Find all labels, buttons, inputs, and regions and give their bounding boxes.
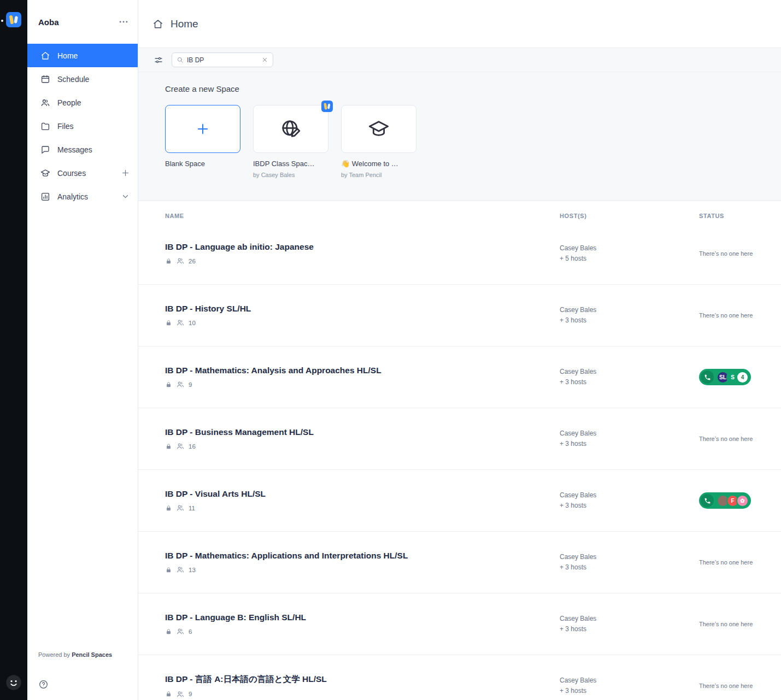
sidebar-item-messages[interactable]: Messages	[27, 138, 138, 161]
pencil-logo-badge	[321, 101, 333, 112]
space-meta: 26	[165, 257, 560, 265]
member-count: 26	[189, 258, 196, 264]
members-icon	[176, 690, 185, 698]
status-cell: F✿	[699, 492, 781, 509]
create-space-title: Create a new Space	[165, 84, 781, 94]
members-icon	[176, 566, 185, 574]
sidebar-item-people[interactable]: People	[27, 91, 138, 114]
sidebar-item-courses[interactable]: Courses	[27, 161, 138, 185]
space-row[interactable]: IB DP - Visual Arts HL/SL 11	[138, 470, 781, 532]
powered-by-brand: Pencil Spaces	[72, 651, 112, 658]
workspace-header: Aoba	[27, 0, 138, 44]
ellipsis-menu-icon[interactable]	[118, 16, 129, 27]
create-space-card[interactable]	[341, 105, 416, 153]
chevron-down-icon[interactable]	[121, 192, 130, 201]
space-name-cell: IB DP - Business Management HL/SL 16	[165, 427, 560, 450]
members-icon	[176, 504, 185, 512]
search-box[interactable]	[172, 52, 273, 67]
globe-pencil-icon	[280, 118, 302, 140]
host-name: Casey Bales	[560, 367, 699, 377]
sidebar-item-analytics[interactable]: Analytics	[27, 185, 138, 208]
phone-icon	[701, 494, 714, 507]
status-text: There’s no one here	[699, 312, 753, 319]
column-hosts: HOST(S)	[560, 213, 699, 223]
spaces-table: NAME HOST(S) STATUS IB DP - Language ab …	[138, 201, 781, 700]
create-space-cards: Blank Space IBDP Class Spac… by Casey Ba…	[165, 105, 781, 179]
create-space-card[interactable]	[165, 105, 240, 153]
folder-icon	[40, 121, 50, 131]
lock-icon	[165, 504, 172, 512]
status-cell: There’s no one here	[699, 621, 781, 627]
space-name-cell: IB DP - History SL/HL 10	[165, 304, 560, 327]
host-cell: Casey Bales + 5 hosts	[560, 243, 699, 264]
plus-icon[interactable]	[121, 168, 130, 178]
space-row[interactable]: IB DP - Language ab initio: Japanese 26	[138, 223, 781, 285]
workspace-name: Aoba	[38, 17, 59, 27]
member-count: 11	[189, 505, 195, 511]
create-space-card[interactable]	[253, 105, 328, 153]
space-name-cell: IB DP - Mathematics: Analysis and Approa…	[165, 366, 560, 389]
status-text: There’s no one here	[699, 621, 753, 627]
participant-count: 4	[736, 371, 749, 384]
graduation-cap-icon	[40, 168, 50, 178]
host-extra: + 3 hosts	[560, 315, 699, 326]
active-call-pill[interactable]: SLS4	[699, 369, 751, 385]
lock-icon	[165, 628, 172, 636]
sidebar-item-schedule[interactable]: Schedule	[27, 67, 138, 91]
user-avatar[interactable]	[5, 674, 22, 691]
home-icon	[152, 19, 163, 30]
phone-icon	[701, 370, 714, 384]
lock-icon	[165, 443, 172, 450]
host-name: Casey Bales	[560, 490, 699, 501]
space-name: IB DP - Language B: English SL/HL	[165, 613, 560, 622]
main-content: Home	[138, 0, 781, 700]
space-row[interactable]: IB DP - Business Management HL/SL 16	[138, 408, 781, 470]
space-name-cell: IB DP - Language B: English SL/HL 6	[165, 613, 560, 636]
status-cell: SLS4	[699, 369, 781, 385]
space-name: IB DP - Mathematics: Applications and In…	[165, 551, 560, 561]
filter-icon[interactable]	[154, 55, 163, 65]
members-icon	[176, 442, 185, 450]
member-count: 10	[189, 320, 196, 326]
page-title: Home	[171, 18, 198, 30]
pencil-spaces-logo[interactable]	[6, 12, 21, 27]
card-label: IBDP Class Spac…	[253, 160, 328, 168]
help-icon[interactable]	[38, 679, 49, 690]
status-cell: There’s no one here	[699, 436, 781, 442]
status-cell: There’s no one here	[699, 559, 781, 566]
search-input[interactable]	[187, 56, 258, 64]
status-text: There’s no one here	[699, 436, 753, 442]
sidebar-item-files[interactable]: Files	[27, 114, 138, 138]
graduation-cap-icon	[368, 118, 390, 140]
member-count: 13	[189, 567, 196, 573]
clear-search-icon[interactable]	[261, 56, 268, 63]
table-header: NAME HOST(S) STATUS	[138, 201, 781, 223]
host-extra: + 3 hosts	[560, 562, 699, 573]
status-text: There’s no one here	[699, 559, 753, 566]
member-count: 9	[189, 691, 192, 697]
sidebar: Aoba Home Schedule People Files Messages…	[27, 0, 138, 700]
card-byline: by Casey Bales	[253, 172, 328, 179]
powered-by-text: Powered by	[38, 651, 72, 658]
home-icon	[40, 51, 50, 61]
sidebar-item-home[interactable]: Home	[27, 44, 138, 67]
host-name: Casey Bales	[560, 675, 699, 686]
space-name-cell: IB DP - Language ab initio: Japanese 26	[165, 242, 560, 265]
space-meta: 9	[165, 690, 560, 698]
host-name: Casey Bales	[560, 428, 699, 439]
sidebar-item-label: Messages	[57, 145, 130, 154]
space-row[interactable]: IB DP - Language B: English SL/HL 6	[138, 593, 781, 655]
space-name: IB DP - History SL/HL	[165, 304, 560, 314]
host-extra: + 3 hosts	[560, 377, 699, 387]
active-call-pill[interactable]: F✿	[699, 492, 751, 509]
host-extra: + 3 hosts	[560, 624, 699, 634]
space-row[interactable]: IB DP - Mathematics: Analysis and Approa…	[138, 346, 781, 408]
space-row[interactable]: IB DP - 言語 A:日本語の言語と文学 HL/SL 9	[138, 655, 781, 700]
column-status: STATUS	[699, 213, 781, 223]
host-cell: Casey Bales + 3 hosts	[560, 305, 699, 326]
column-name: NAME	[165, 213, 560, 223]
host-name: Casey Bales	[560, 552, 699, 562]
space-row[interactable]: IB DP - History SL/HL 10	[138, 285, 781, 346]
app-rail	[0, 0, 27, 700]
space-row[interactable]: IB DP - Mathematics: Applications and In…	[138, 532, 781, 593]
